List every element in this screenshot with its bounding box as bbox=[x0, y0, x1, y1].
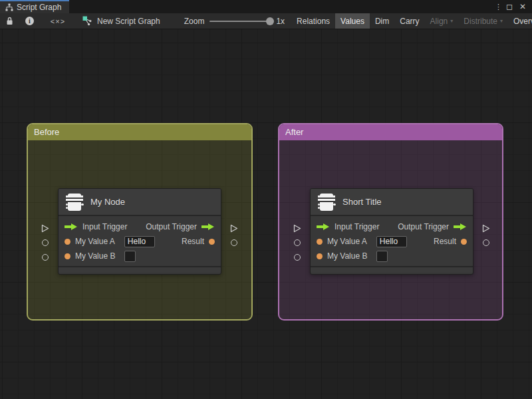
value-a-input[interactable] bbox=[124, 236, 155, 247]
relations-label: Relations bbox=[297, 17, 330, 26]
external-value-b-port[interactable] bbox=[294, 254, 301, 261]
chevron-down-icon: ▾ bbox=[500, 18, 503, 24]
group-after-header[interactable]: After bbox=[279, 124, 502, 140]
value-b-label: My Value B bbox=[75, 251, 115, 261]
zoom-slider[interactable] bbox=[209, 21, 271, 22]
port-row-triggers: Input Trigger Output Trigger bbox=[311, 219, 473, 234]
value-b-input[interactable] bbox=[124, 251, 136, 262]
node-footer bbox=[59, 266, 221, 273]
group-before-header[interactable]: Before bbox=[28, 124, 251, 140]
value-a-label: My Value A bbox=[75, 237, 115, 246]
values-label: Values bbox=[340, 17, 364, 26]
unit-node-icon bbox=[318, 192, 335, 212]
code-view-button[interactable]: <×> bbox=[40, 13, 76, 29]
external-input-trigger-port[interactable] bbox=[293, 224, 301, 233]
info-icon: i bbox=[25, 17, 34, 25]
result-port-icon[interactable] bbox=[461, 239, 467, 245]
values-button[interactable]: Values bbox=[335, 13, 370, 29]
tab-title: Script Graph bbox=[17, 3, 61, 12]
info-button[interactable]: i bbox=[19, 13, 40, 29]
distribute-label: Distribute bbox=[464, 17, 497, 26]
window-controls: ⋮ ◻ ✕ bbox=[495, 0, 532, 13]
node-body: Input Trigger Output Trigger My Value A bbox=[311, 216, 473, 266]
output-trigger-label: Output Trigger bbox=[146, 222, 197, 231]
node-my-node[interactable]: My Node Input Trigger Output Trigger bbox=[58, 188, 221, 275]
result-label: Result bbox=[182, 237, 204, 246]
distribute-button[interactable]: Distribute ▾ bbox=[458, 13, 508, 29]
dim-label: Dim bbox=[375, 17, 389, 26]
code-icon: <×> bbox=[51, 17, 65, 25]
value-b-port-icon[interactable] bbox=[317, 253, 323, 259]
input-trigger-port-icon[interactable] bbox=[317, 223, 330, 231]
graph-toolbar: i <×> New Script Graph Zoom bbox=[0, 13, 532, 29]
value-a-port-icon[interactable] bbox=[65, 239, 70, 245]
close-icon[interactable]: ✕ bbox=[517, 2, 528, 11]
overview-label: Overview bbox=[513, 17, 532, 26]
overview-button[interactable]: Overview bbox=[508, 13, 532, 29]
value-b-input[interactable] bbox=[376, 251, 388, 262]
align-label: Align bbox=[430, 17, 448, 26]
unit-node-icon bbox=[66, 192, 83, 212]
graph-canvas[interactable]: Before After My Node bbox=[0, 29, 532, 399]
node-header[interactable]: My Node bbox=[59, 189, 221, 216]
tab-bar: Script Graph ⋮ ◻ ✕ bbox=[0, 0, 532, 13]
port-row-value-b: My Value B bbox=[311, 249, 473, 263]
value-a-label: My Value A bbox=[327, 237, 367, 246]
carry-label: Carry bbox=[400, 17, 419, 26]
result-port-icon[interactable] bbox=[209, 239, 215, 245]
node-body: Input Trigger Output Trigger My Value A bbox=[59, 216, 221, 266]
output-trigger-port-icon[interactable] bbox=[201, 223, 215, 231]
external-output-trigger-port[interactable] bbox=[482, 224, 490, 233]
zoom-label: Zoom bbox=[184, 17, 205, 26]
node-title: My Node bbox=[90, 197, 125, 207]
port-row-value-a: My Value A Result bbox=[59, 234, 221, 249]
port-row-value-a: My Value A Result bbox=[311, 234, 473, 249]
chevron-down-icon: ▾ bbox=[450, 18, 453, 24]
input-trigger-label: Input Trigger bbox=[82, 222, 127, 231]
node-title: Short Title bbox=[342, 197, 382, 207]
node-header[interactable]: Short Title bbox=[311, 189, 473, 216]
graph-asset-icon bbox=[82, 16, 92, 26]
external-value-a-port[interactable] bbox=[42, 239, 49, 246]
output-trigger-port-icon[interactable] bbox=[454, 223, 467, 231]
node-short-title[interactable]: Short Title Input Trigger Output Trigger bbox=[310, 188, 473, 275]
external-input-trigger-port[interactable] bbox=[41, 224, 49, 233]
window-menu-icon[interactable]: ⋮ bbox=[495, 3, 501, 11]
lock-button[interactable] bbox=[0, 13, 19, 29]
value-b-port-icon[interactable] bbox=[65, 253, 70, 259]
graph-hierarchy-icon bbox=[5, 3, 13, 11]
value-b-label: My Value B bbox=[327, 251, 367, 261]
output-trigger-label: Output Trigger bbox=[398, 222, 449, 231]
zoom-control: Zoom 1x bbox=[167, 13, 291, 29]
external-value-a-port[interactable] bbox=[294, 239, 301, 246]
zoom-value: 1x bbox=[276, 17, 285, 26]
value-a-input[interactable] bbox=[376, 236, 407, 247]
lock-icon bbox=[6, 17, 13, 25]
external-output-trigger-port[interactable] bbox=[230, 224, 238, 233]
input-trigger-port-icon[interactable] bbox=[65, 223, 78, 231]
align-button[interactable]: Align ▾ bbox=[425, 13, 459, 29]
zoom-slider-handle[interactable] bbox=[266, 17, 274, 25]
maximize-icon[interactable]: ◻ bbox=[504, 2, 515, 11]
external-result-port[interactable] bbox=[483, 239, 489, 246]
tab-script-graph[interactable]: Script Graph bbox=[0, 0, 69, 13]
dim-button[interactable]: Dim bbox=[370, 13, 394, 29]
value-a-port-icon[interactable] bbox=[317, 239, 323, 245]
port-row-value-b: My Value B bbox=[59, 249, 221, 263]
script-graph-window: Script Graph ⋮ ◻ ✕ i <×> bbox=[0, 0, 532, 399]
relations-button[interactable]: Relations bbox=[291, 13, 335, 29]
external-result-port[interactable] bbox=[231, 239, 237, 246]
port-row-triggers: Input Trigger Output Trigger bbox=[59, 219, 221, 234]
carry-button[interactable]: Carry bbox=[394, 13, 424, 29]
node-footer bbox=[311, 266, 473, 273]
external-value-b-port[interactable] bbox=[42, 254, 49, 261]
result-label: Result bbox=[434, 237, 456, 246]
graph-name-button[interactable]: New Script Graph bbox=[76, 13, 167, 29]
graph-name-label: New Script Graph bbox=[97, 17, 160, 26]
input-trigger-label: Input Trigger bbox=[334, 222, 379, 231]
